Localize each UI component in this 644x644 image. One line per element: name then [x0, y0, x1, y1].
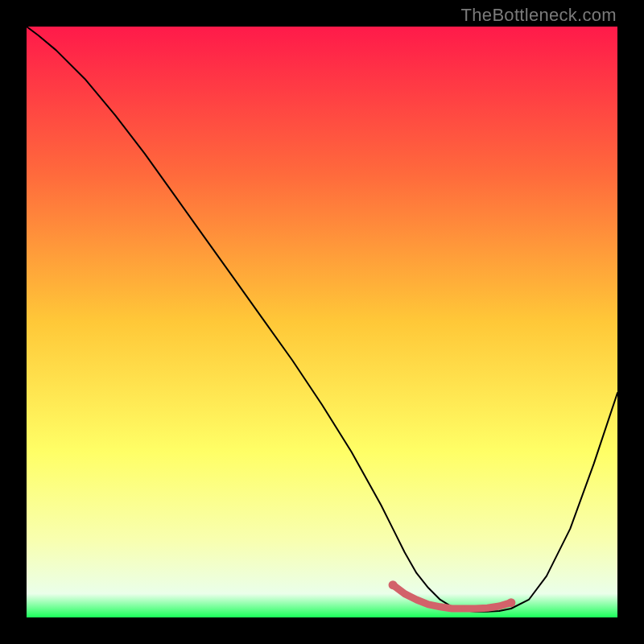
chart-frame: TheBottleneck.com [0, 0, 644, 644]
optimal-range-marker-dot [414, 597, 419, 602]
optimal-range-marker-dot [438, 605, 443, 609]
chart-svg [27, 27, 617, 617]
optimal-range-marker-endpoint [506, 598, 515, 607]
plot-area [27, 27, 617, 617]
optimal-range-marker-dot [485, 605, 489, 610]
optimal-range-marker-endpoint [389, 580, 398, 589]
watermark-text: TheBottleneck.com [461, 5, 617, 26]
optimal-range-marker-dot [461, 606, 466, 611]
